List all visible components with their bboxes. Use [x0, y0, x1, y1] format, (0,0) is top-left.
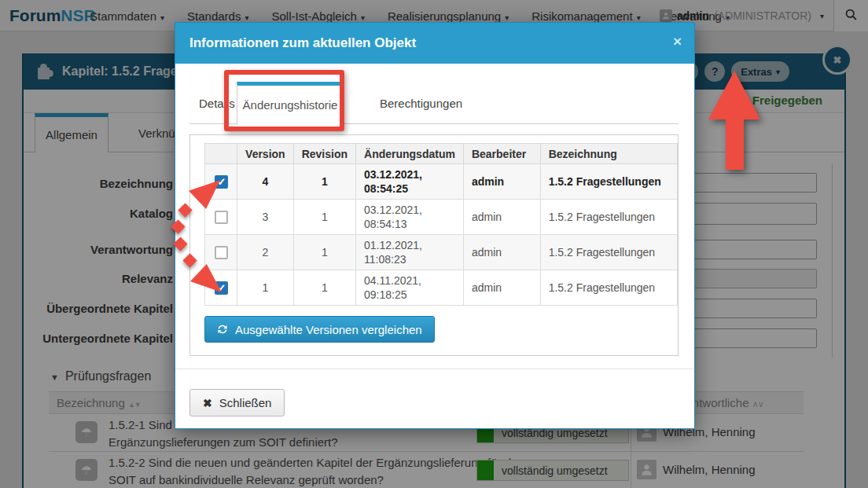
- compare-versions-button[interactable]: Ausgewählte Versionen vergleichen: [204, 316, 435, 343]
- bezeichnung-cell: 1.5.2 Fragestellungen: [540, 200, 677, 235]
- revision-cell: 1: [293, 235, 355, 270]
- version-cell: 1: [237, 270, 294, 306]
- history-tab-content: Version Revision Änderungsdatum Bearbeit…: [189, 134, 679, 356]
- close-icon[interactable]: ×: [673, 34, 682, 49]
- modal-header: Informationen zum aktuellen Objekt ×: [175, 23, 694, 64]
- column-header-select: [205, 144, 237, 164]
- revision-cell: 1: [293, 164, 355, 200]
- date-cell: 03.12.2021,08:54:25: [356, 164, 464, 200]
- version-cell: 2: [237, 235, 294, 270]
- schliessen-button[interactable]: ✖ Schließen: [189, 389, 285, 416]
- column-header-aenderungsdatum[interactable]: Änderungsdatum: [356, 144, 464, 164]
- bearbeiter-cell: admin: [463, 164, 540, 200]
- column-header-bezeichnung[interactable]: Bezeichnung: [540, 144, 677, 164]
- column-header-revision[interactable]: Revision: [293, 144, 355, 164]
- bearbeiter-cell: admin: [463, 235, 540, 270]
- bezeichnung-cell: 1.5.2 Fragestellungen: [540, 164, 677, 200]
- table-header-row: Version Revision Änderungsdatum Bearbeit…: [205, 144, 678, 164]
- version-checkbox[interactable]: [215, 211, 228, 224]
- screenshot-stage: ForumNSR Stammdaten▾ Standards▾ Soll-Ist…: [0, 0, 868, 488]
- version-row: 3 1 03.12.2021,08:54:13 admin 1.5.2 Frag…: [205, 200, 678, 235]
- version-cell: 3: [237, 200, 294, 235]
- revision-cell: 1: [293, 200, 355, 235]
- annotation-highlight-box: [224, 70, 344, 131]
- refresh-icon: [217, 324, 228, 335]
- bezeichnung-cell: 1.5.2 Fragestellungen: [540, 270, 677, 306]
- modal-title: Informationen zum aktuellen Objekt: [189, 35, 416, 51]
- bearbeiter-cell: admin: [463, 200, 540, 235]
- version-checkbox[interactable]: [215, 246, 228, 259]
- revision-cell: 1: [293, 270, 355, 306]
- version-cell: 4: [237, 164, 294, 200]
- column-header-bearbeiter[interactable]: Bearbeiter: [463, 144, 540, 164]
- version-row: 4 1 03.12.2021,08:54:25 admin 1.5.2 Frag…: [205, 164, 678, 200]
- tab-berechtigungen[interactable]: Berechtigungen: [369, 82, 462, 124]
- annotation-arrow-info-button: [706, 71, 764, 171]
- column-header-version[interactable]: Version: [237, 144, 294, 164]
- bearbeiter-cell: admin: [463, 270, 540, 306]
- version-history-table: Version Revision Änderungsdatum Bearbeit…: [204, 143, 678, 306]
- date-cell: 01.12.2021,11:08:23: [356, 235, 464, 270]
- version-row: 1 1 04.11.2021,09:18:25 admin 1.5.2 Frag…: [205, 270, 678, 306]
- date-cell: 03.12.2021,08:54:13: [356, 200, 464, 235]
- date-cell: 04.11.2021,09:18:25: [356, 270, 464, 306]
- close-icon: ✖: [203, 397, 212, 409]
- modal-footer-divider: [175, 369, 694, 369]
- bezeichnung-cell: 1.5.2 Fragestellungen: [540, 235, 677, 270]
- version-row: 2 1 01.12.2021,11:08:23 admin 1.5.2 Frag…: [205, 235, 678, 270]
